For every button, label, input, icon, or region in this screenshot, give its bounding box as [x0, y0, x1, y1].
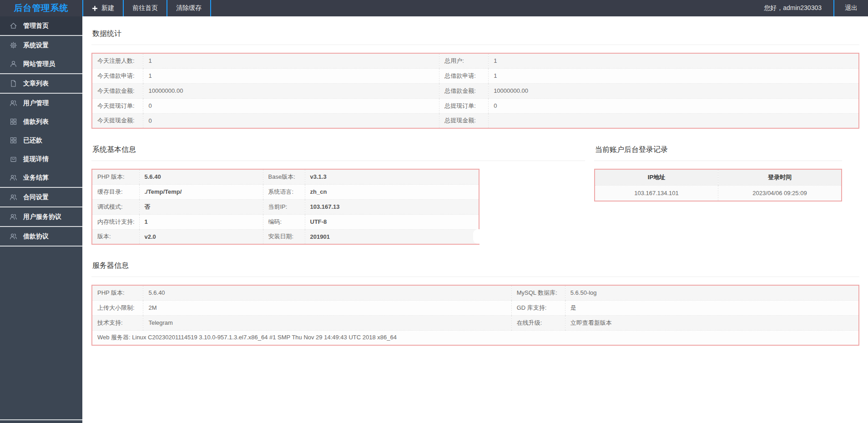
sidebar-item-label: 文章列表 — [23, 80, 49, 88]
sidebar-item-7[interactable]: 已还款 — [0, 131, 82, 150]
user-icon — [10, 60, 17, 68]
info-value: 是 — [565, 300, 859, 315]
sidebar-item-label: 网站管理员 — [23, 60, 55, 68]
info-value: ./Temp/Temp/ — [139, 184, 263, 199]
users-icon — [10, 193, 17, 201]
sidebar-item-2[interactable]: 系统设置 — [0, 36, 82, 55]
login-records-table: IP地址登录时间 103.167.134.1012023/04/06 09:25… — [594, 169, 842, 201]
gear-icon — [10, 41, 17, 49]
web-server-info: Web 服务器: Linux C20230201114519 3.10.0-95… — [92, 330, 859, 345]
section-title-sysinfo: 系统基本信息 — [91, 142, 585, 161]
stats-section: 数据统计 今天注册人数:1总用户:1今天借款申请:1总借款申请:1今天借款金额:… — [91, 26, 859, 129]
table-row: 今天借款申请:1总借款申请:1 — [92, 68, 859, 83]
clear-cache-button[interactable]: 清除缓存 — [167, 0, 211, 16]
sidebar-item-label: 提现详情 — [23, 155, 49, 163]
home-icon — [10, 22, 17, 30]
info-value: 2M — [143, 300, 511, 315]
section-title-login-records: 当前账户后台登录记录 — [594, 142, 842, 161]
sidebar-bottom-divider — [0, 419, 82, 420]
info-value: 否 — [139, 199, 263, 214]
table-row: 调试模式:否当前IP:103.167.13 — [92, 199, 479, 214]
info-label: 今天注册人数: — [92, 53, 143, 68]
info-label: 编码: — [263, 214, 305, 229]
info-value: 1 — [139, 214, 263, 229]
sidebar-item-1[interactable]: 管理首页 — [0, 16, 82, 35]
sidebar-item-label: 已还款 — [23, 136, 42, 145]
info-label: 在线升级: — [511, 315, 565, 330]
sidebar-item-12[interactable]: 借款协议 — [0, 227, 82, 246]
section-title-server: 服务器信息 — [91, 258, 859, 277]
table-row: 今天注册人数:1总用户:1 — [92, 53, 859, 68]
sidebar-item-4[interactable]: 文章列表 — [0, 74, 82, 93]
go-homepage-label: 前往首页 — [132, 4, 158, 12]
table-row: PHP 版本:5.6.40MySQL 数据库:5.6.50-log — [92, 285, 859, 300]
info-value: 5.6.40 — [139, 169, 263, 184]
table-row: 今天提现金额:0总提现金额: — [92, 113, 859, 128]
info-label: 今天借款申请: — [92, 68, 143, 83]
info-label: 缓存目录: — [92, 184, 139, 199]
sidebar-item-label: 借款列表 — [23, 118, 49, 126]
info-label: 总借款申请: — [439, 68, 489, 83]
bag-icon — [10, 155, 17, 163]
login-ip: 103.167.134.101 — [595, 185, 718, 201]
section-title-stats: 数据统计 — [91, 26, 859, 45]
info-value: 0 — [143, 98, 439, 113]
info-value: 10000000.00 — [143, 83, 439, 98]
sidebar-item-8[interactable]: 提现详情 — [0, 150, 82, 168]
stats-table: 今天注册人数:1总用户:1今天借款申请:1总借款申请:1今天借款金额:10000… — [91, 53, 859, 129]
user-greeting: 您好，admin230303 — [752, 0, 833, 16]
sidebar-item-6[interactable]: 借款列表 — [0, 112, 82, 131]
info-value[interactable]: 立即查看新版本 — [565, 315, 859, 330]
sidebar-item-3[interactable]: 网站管理员 — [0, 55, 82, 73]
sidebar-item-11[interactable]: 用户服务协议 — [0, 207, 82, 226]
login-time: 2023/04/06 09:25:09 — [718, 185, 842, 201]
sidebar-item-5[interactable]: 用户管理 — [0, 94, 82, 112]
info-label: 安装日期: — [263, 229, 305, 244]
info-value: 10000000.00 — [489, 83, 859, 98]
system-info-table: PHP 版本:5.6.40Base版本:v3.1.3缓存目录:./Temp/Te… — [91, 169, 479, 245]
new-button[interactable]: 新建 — [82, 0, 123, 16]
login-table-header: 登录时间 — [718, 169, 842, 185]
server-info-table: PHP 版本:5.6.40MySQL 数据库:5.6.50-log上传大小限制:… — [91, 285, 859, 346]
sidebar-item-10[interactable]: 合同设置 — [0, 188, 82, 206]
users-icon — [10, 213, 17, 221]
sidebar-item-9[interactable]: 业务结算 — [0, 168, 82, 187]
info-label: 内存统计支持: — [92, 214, 139, 229]
info-label: 总用户: — [439, 53, 489, 68]
info-value: UTF-8 — [305, 214, 479, 229]
file-icon — [10, 80, 17, 87]
info-value: 0 — [489, 98, 859, 113]
table-row: Web 服务器: Linux C20230201114519 3.10.0-95… — [92, 330, 859, 345]
sidebar-item-label: 用户管理 — [23, 99, 49, 107]
info-label: 当前IP: — [263, 199, 305, 214]
plus-icon — [92, 5, 98, 11]
table-row: 今天提现订单:0总提现订单:0 — [92, 98, 859, 113]
info-label: 今天提现金额: — [92, 113, 143, 128]
top-nav: 新建 前往首页 清除缓存 — [82, 0, 211, 16]
info-label: 上传大小限制: — [92, 300, 143, 315]
grid-icon — [10, 136, 17, 144]
app-title: 后台管理系统 — [0, 0, 82, 16]
info-label: 调试模式: — [92, 199, 139, 214]
table-row: 上传大小限制:2MGD 库支持:是 — [92, 300, 859, 315]
sidebar-item-label: 系统设置 — [23, 41, 49, 50]
info-value: 1 — [489, 68, 859, 83]
logout-button[interactable]: 退出 — [833, 0, 868, 16]
users-icon — [10, 232, 17, 240]
info-label: 总借款金额: — [439, 83, 489, 98]
sidebar-item-label: 业务结算 — [23, 174, 49, 182]
sidebar-divider — [0, 246, 82, 247]
redaction-patch — [620, 232, 688, 240]
info-value: 5.6.40 — [143, 285, 511, 300]
table-row: 缓存目录:./Temp/Temp/系统语言:zh_cn — [92, 184, 479, 199]
info-value: zh_cn — [305, 184, 479, 199]
info-value: v2.0 — [139, 229, 263, 244]
info-label: PHP 版本: — [92, 169, 139, 184]
table-row: 内存统计支持:1编码:UTF-8 — [92, 214, 479, 229]
info-value: 0 — [143, 113, 439, 128]
info-label: 版本: — [92, 229, 139, 244]
info-value: 1 — [143, 68, 439, 83]
sidebar-item-label: 用户服务协议 — [23, 213, 61, 221]
info-value: 201901 — [305, 229, 479, 244]
go-homepage-button[interactable]: 前往首页 — [123, 0, 167, 16]
